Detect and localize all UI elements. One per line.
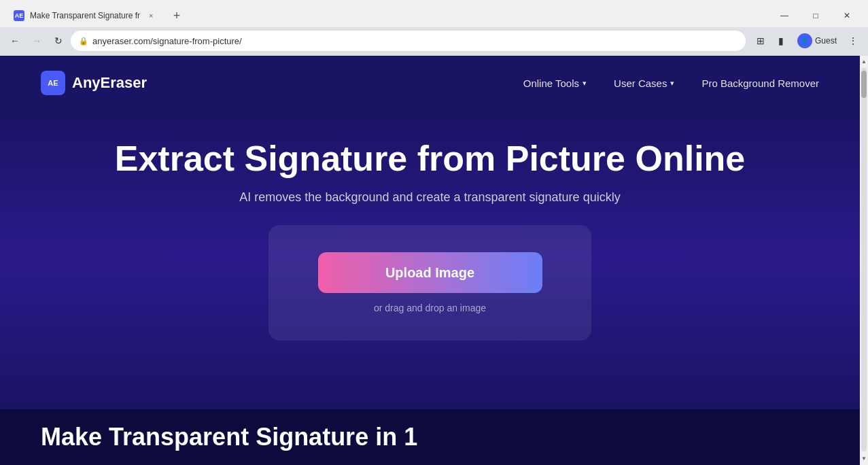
- bottom-section: Make Transparent Signature in 1: [0, 409, 860, 465]
- lock-icon: 🔒: [79, 37, 88, 46]
- profile-label: Guest: [815, 36, 837, 46]
- sidebar-button[interactable]: ▮: [771, 31, 791, 50]
- maximize-button[interactable]: □: [800, 4, 831, 27]
- forward-button[interactable]: →: [27, 31, 46, 50]
- nav-link-user-cases[interactable]: User Cases ▾: [614, 78, 674, 89]
- menu-button[interactable]: ⋮: [844, 31, 863, 50]
- extensions-button[interactable]: ⊞: [751, 31, 770, 50]
- scroll-up-arrow[interactable]: ▲: [860, 56, 868, 67]
- minimize-button[interactable]: —: [769, 4, 800, 27]
- chevron-down-icon: ▾: [670, 79, 674, 88]
- bottom-title: Make Transparent Signature in 1: [41, 423, 819, 451]
- tab-title: Make Transparent Signature fr: [30, 11, 140, 20]
- upload-image-button[interactable]: Upload Image: [318, 252, 542, 293]
- tab-close-button[interactable]: ×: [145, 10, 156, 21]
- nav-link-pro-remover[interactable]: Pro Background Remover: [701, 78, 819, 89]
- scrollbar[interactable]: ▲ ▼: [860, 56, 868, 464]
- hero-title: Extract Signature from Picture Online: [115, 137, 746, 179]
- logo-icon: AE: [41, 71, 65, 95]
- website-content: AE AnyEraser Online Tools ▾ User Cases ▾…: [0, 56, 860, 465]
- address-bar: ← → ↻ 🔒 anyeraser.com/signature-from-pic…: [0, 27, 868, 56]
- title-bar: AE Make Transparent Signature fr × + — □…: [0, 0, 868, 27]
- chevron-down-icon: ▾: [583, 79, 587, 88]
- close-button[interactable]: ✕: [831, 4, 863, 27]
- nav-links: Online Tools ▾ User Cases ▾ Pro Backgrou…: [523, 78, 819, 89]
- refresh-button[interactable]: ↻: [49, 31, 68, 50]
- new-tab-button[interactable]: +: [167, 6, 186, 25]
- site-logo[interactable]: AE AnyEraser: [41, 71, 147, 95]
- profile-icon: 👤: [797, 33, 812, 48]
- nav-link-online-tools[interactable]: Online Tools ▾: [523, 78, 587, 89]
- url-bar[interactable]: 🔒 anyeraser.com/signature-from-picture/: [71, 31, 746, 51]
- hero-subtitle: AI removes the background and create a t…: [239, 190, 620, 205]
- scroll-down-arrow[interactable]: ▼: [860, 453, 868, 464]
- tab-favicon: AE: [14, 10, 24, 21]
- logo-text: AnyEraser: [72, 74, 147, 92]
- browser-window: AE Make Transparent Signature fr × + — □…: [0, 0, 868, 465]
- site-navigation: AE AnyEraser Online Tools ▾ User Cases ▾…: [0, 56, 860, 110]
- online-tools-label: Online Tools: [523, 78, 579, 89]
- hero-section: Extract Signature from Picture Online AI…: [0, 110, 860, 409]
- scroll-thumb[interactable]: [861, 71, 867, 98]
- window-controls: — □ ✕: [769, 4, 863, 27]
- profile-button[interactable]: 👤 Guest: [792, 32, 842, 50]
- browser-actions: ⊞ ▮ 👤 Guest ⋮: [751, 31, 863, 50]
- url-text: anyeraser.com/signature-from-picture/: [92, 36, 242, 46]
- browser-tab[interactable]: AE Make Transparent Signature fr ×: [5, 4, 164, 27]
- user-cases-label: User Cases: [614, 78, 667, 89]
- back-button[interactable]: ←: [5, 31, 24, 50]
- drag-drop-text: or drag and drop an image: [374, 303, 486, 313]
- scroll-track[interactable]: [861, 68, 867, 451]
- browser-body: AE AnyEraser Online Tools ▾ User Cases ▾…: [0, 56, 868, 465]
- upload-card: Upload Image or drag and drop an image: [268, 225, 591, 341]
- pro-remover-label: Pro Background Remover: [701, 78, 819, 89]
